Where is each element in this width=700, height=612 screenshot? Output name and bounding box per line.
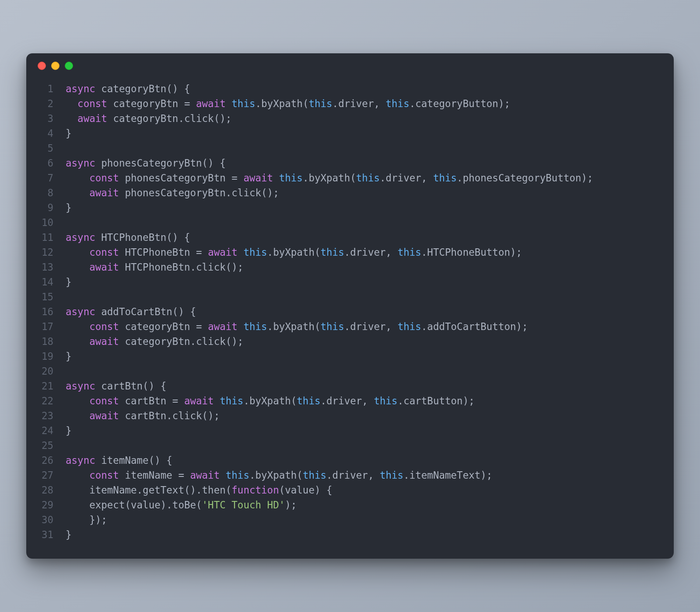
token-this: this — [356, 172, 380, 184]
code-content[interactable]: await categoryBtn.click(); — [66, 111, 231, 126]
token-name: phonesCategoryBtn — [101, 157, 202, 169]
code-line[interactable]: 6async phonesCategoryBtn() { — [26, 156, 674, 170]
code-content[interactable]: async cartBtn() { — [66, 379, 166, 393]
code-line[interactable]: 26async itemName() { — [26, 453, 674, 468]
code-line[interactable]: 15 — [26, 289, 674, 304]
code-content[interactable]: const itemName = await this.byXpath(this… — [66, 468, 492, 483]
code-content[interactable]: async HTCPhoneBtn() { — [66, 230, 190, 245]
code-line[interactable]: 3 await categoryBtn.click(); — [26, 111, 674, 126]
line-number: 2 — [26, 96, 66, 111]
token-this: this — [308, 98, 332, 109]
close-icon[interactable] — [38, 62, 46, 70]
line-number: 7 — [26, 170, 66, 185]
code-content[interactable]: await HTCPhoneBtn.click(); — [66, 260, 243, 275]
line-number: 17 — [26, 319, 66, 334]
code-line[interactable]: 4} — [26, 126, 674, 141]
code-line[interactable]: 24} — [26, 423, 674, 438]
code-line[interactable]: 5 — [26, 141, 674, 156]
code-content[interactable]: } — [66, 527, 72, 542]
code-line[interactable]: 21async cartBtn() { — [26, 379, 674, 393]
code-line[interactable]: 11async HTCPhoneBtn() { — [26, 230, 674, 245]
token-punc: ( — [279, 484, 285, 496]
code-line[interactable]: 27 const itemName = await this.byXpath(t… — [26, 468, 674, 483]
token-kw: const — [89, 172, 119, 184]
code-content[interactable]: }); — [66, 512, 107, 527]
code-content[interactable]: const categoryBtn = await this.byXpath(t… — [66, 96, 510, 111]
code-line[interactable]: 25 — [26, 438, 674, 453]
code-content[interactable]: } — [66, 126, 72, 141]
code-line[interactable]: 2 const categoryBtn = await this.byXpath… — [26, 96, 674, 111]
code-line[interactable]: 7 const phonesCategoryBtn = await this.b… — [26, 170, 674, 185]
code-line[interactable]: 13 await HTCPhoneBtn.click(); — [26, 260, 674, 275]
token-kw: await — [190, 469, 220, 481]
token-name: cartBtn — [125, 395, 166, 407]
code-content[interactable]: await categoryBtn.click(); — [66, 334, 243, 349]
zoom-icon[interactable] — [65, 62, 73, 70]
code-content[interactable]: } — [66, 275, 72, 289]
code-content[interactable]: const cartBtn = await this.byXpath(this.… — [66, 393, 475, 408]
token-kw: await — [208, 247, 238, 258]
code-line[interactable]: 20 — [26, 364, 674, 379]
token-name: click — [172, 410, 202, 421]
token-punc: ); — [581, 172, 593, 184]
code-line[interactable]: 10 — [26, 215, 674, 230]
token-punc: ( — [291, 395, 297, 407]
code-line[interactable]: 28 itemName.getText().then(function(valu… — [26, 483, 674, 497]
token-punc: . — [457, 172, 463, 184]
token-name: driver — [338, 98, 374, 109]
code-content[interactable]: } — [66, 200, 72, 215]
code-line[interactable]: 17 const categoryBtn = await this.byXpat… — [26, 319, 674, 334]
code-content[interactable]: } — [66, 349, 72, 364]
code-line[interactable]: 31} — [26, 527, 674, 542]
token-kw: await — [89, 261, 119, 273]
token-punc: . — [332, 98, 339, 109]
code-line[interactable]: 1async categoryBtn() { — [26, 81, 674, 96]
token-punc: () { — [166, 83, 190, 94]
token-punc: ); — [463, 395, 475, 407]
code-line[interactable]: 18 await categoryBtn.click(); — [26, 334, 674, 349]
token-kw: await — [77, 113, 107, 124]
code-content[interactable]: itemName.getText().then(function(value) … — [66, 483, 332, 497]
code-line[interactable]: 29 expect(value).toBe('HTC Touch HD'); — [26, 497, 674, 512]
code-editor[interactable]: 1async categoryBtn() {2 const categoryBt… — [26, 78, 674, 546]
token-punc: () { — [202, 157, 226, 169]
token-punc: = — [172, 469, 190, 481]
code-line[interactable]: 14} — [26, 275, 674, 289]
token-punc: } — [66, 276, 72, 288]
token-punc — [119, 469, 125, 481]
code-line[interactable]: 22 const cartBtn = await this.byXpath(th… — [26, 393, 674, 408]
code-line[interactable]: 9} — [26, 200, 674, 215]
code-content[interactable]: await cartBtn.click(); — [66, 408, 220, 423]
token-name: byXpath — [249, 395, 291, 407]
token-kw: async — [66, 232, 95, 243]
code-content[interactable]: } — [66, 423, 72, 438]
token-punc — [66, 247, 89, 258]
code-line[interactable]: 16async addToCartBtn() { — [26, 304, 674, 319]
line-number: 29 — [26, 497, 66, 512]
code-content[interactable]: const HTCPhoneBtn = await this.byXpath(t… — [66, 245, 522, 260]
code-content[interactable]: async categoryBtn() { — [66, 81, 190, 96]
token-punc — [119, 172, 125, 184]
token-kw: await — [89, 336, 119, 347]
token-punc: ( — [303, 98, 309, 109]
code-content[interactable]: expect(value).toBe('HTC Touch HD'); — [66, 497, 297, 512]
code-content[interactable]: const phonesCategoryBtn = await this.byX… — [66, 170, 593, 185]
token-punc — [119, 187, 125, 198]
code-line[interactable]: 19} — [26, 349, 674, 364]
code-line[interactable]: 23 await cartBtn.click(); — [26, 408, 674, 423]
token-name: value — [285, 484, 315, 496]
code-content[interactable]: async itemName() { — [66, 453, 172, 468]
line-number: 4 — [26, 126, 66, 141]
minimize-icon[interactable] — [51, 62, 60, 70]
token-punc — [107, 113, 113, 124]
code-content[interactable]: const categoryBtn = await this.byXpath(t… — [66, 319, 528, 334]
code-line[interactable]: 30 }); — [26, 512, 674, 527]
code-content[interactable]: async addToCartBtn() { — [66, 304, 196, 319]
code-content[interactable]: async phonesCategoryBtn() { — [66, 156, 226, 170]
token-this: this — [386, 98, 410, 109]
code-line[interactable]: 12 const HTCPhoneBtn = await this.byXpat… — [26, 245, 674, 260]
code-line[interactable]: 8 await phonesCategoryBtn.click(); — [26, 185, 674, 200]
line-number: 9 — [26, 200, 66, 215]
code-content[interactable]: await phonesCategoryBtn.click(); — [66, 185, 279, 200]
token-punc — [66, 321, 89, 332]
